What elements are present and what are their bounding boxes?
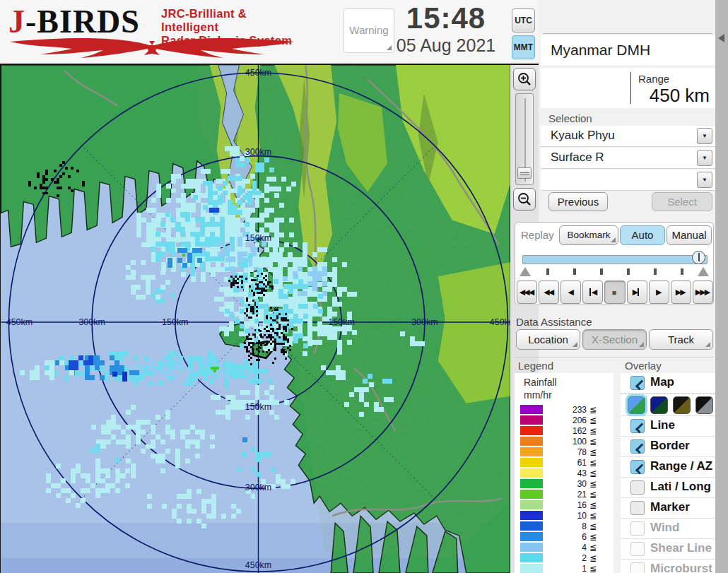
replay-box: Replay Bookmark Auto Manual ◀◀◀◀◀◀◀■▶▶▶▶… — [515, 222, 714, 305]
auto-button[interactable]: Auto — [620, 225, 665, 245]
legend-row: 100≦ — [515, 436, 613, 447]
border-checkbox[interactable] — [630, 439, 645, 454]
zoom-slider-handle[interactable] — [517, 167, 532, 179]
range-az-checkbox[interactable] — [630, 460, 645, 474]
rewind-fastest-button[interactable]: ◀◀◀ — [517, 280, 537, 304]
station-dropdown-value: Kyauk Phyu — [551, 129, 615, 143]
legend-swatch — [520, 415, 543, 425]
legend-swatch — [520, 564, 543, 573]
wind-checkbox — [630, 521, 645, 536]
legend-value: 6 — [547, 532, 587, 542]
option-dropdown[interactable]: ▼ — [541, 170, 715, 191]
legend-value: 2 — [547, 553, 587, 563]
map-style-swatch-1[interactable] — [628, 396, 645, 414]
zoom-out-icon — [517, 191, 532, 207]
legend-lte-symbol: ≦ — [589, 553, 597, 563]
legend-lte-symbol: ≦ — [589, 490, 597, 500]
map-style-swatch-3[interactable] — [673, 396, 691, 414]
marker-checkbox[interactable] — [630, 501, 645, 515]
replay-slider-track[interactable] — [522, 255, 708, 264]
legend-row: 1≦ — [515, 563, 613, 573]
step-forward-button[interactable]: ▶ — [627, 280, 647, 304]
legend-lte-symbol: ≦ — [589, 532, 597, 542]
zoom-slider-track[interactable] — [515, 93, 534, 185]
legend-value: 10 — [547, 511, 587, 521]
utc-button[interactable]: UTC — [512, 8, 535, 33]
svg-text:300km: 300km — [411, 317, 438, 327]
mmt-button[interactable]: MMT — [512, 35, 535, 59]
previous-button[interactable]: Previous — [548, 192, 608, 211]
jbirds-logo: J-BIRDS JRC-Brilliant & Intelligent Rada… — [7, 1, 304, 61]
svg-text:300km: 300km — [245, 147, 271, 157]
logo-letter-j: J — [8, 4, 25, 40]
legend-swatch — [520, 521, 543, 531]
chevron-down-icon[interactable]: ▼ — [697, 172, 712, 188]
range-end-marker[interactable] — [698, 267, 709, 276]
track-button[interactable]: Track — [649, 329, 713, 350]
legend-row: 4≦ — [515, 542, 613, 553]
forward-button[interactable]: ▶▶ — [671, 280, 691, 304]
legend-swatch — [520, 553, 543, 562]
replay-label: Replay — [521, 229, 554, 241]
play-reverse-button[interactable]: ◀ — [560, 280, 581, 304]
legend-row: 206≦ — [515, 415, 613, 425]
map-style-swatch-2[interactable] — [650, 396, 668, 414]
radar-map[interactable]: 450km300km150km150km300km450km450km300km… — [0, 64, 510, 573]
svg-text:300km: 300km — [245, 483, 271, 492]
product-dropdown[interactable]: Surface R ▼ — [541, 148, 715, 169]
line-checkbox[interactable] — [630, 419, 645, 433]
legend-lte-symbol: ≦ — [589, 479, 597, 489]
replay-tick — [654, 268, 657, 275]
overlay-row-line: Line — [621, 416, 715, 437]
manual-button[interactable]: Manual — [667, 225, 712, 245]
location-label: Location — [528, 333, 568, 345]
step-back-button[interactable]: ◀ — [582, 280, 603, 304]
overlay-row-shear-line: Shear Line — [621, 539, 715, 560]
zoom-out-button[interactable] — [513, 188, 536, 211]
svg-text:150km: 150km — [162, 317, 188, 327]
overlay-row-range-az: Range / AZ — [621, 457, 715, 478]
legend-value: 8 — [547, 521, 587, 531]
legend-label: Legend — [518, 360, 553, 372]
lati-long-checkbox[interactable] — [630, 480, 645, 495]
rewind-button[interactable]: ◀◀ — [539, 280, 559, 304]
legend-value: 21 — [547, 490, 587, 500]
microburst-checkbox — [630, 562, 645, 573]
range-box: Range 450 km — [541, 68, 715, 108]
station-dropdown[interactable]: Kyauk Phyu ▼ — [541, 126, 715, 147]
data-assistance-label: Data Assistance — [516, 316, 592, 328]
play-button[interactable]: ▶ — [649, 280, 669, 304]
bookmark-button[interactable]: Bookmark — [559, 225, 618, 245]
corner-resize-icon — [573, 342, 577, 347]
legend-value: 100 — [547, 437, 587, 447]
select-button[interactable]: Select — [652, 192, 712, 211]
replay-slider-handle[interactable] — [692, 251, 705, 264]
legend-row: 78≦ — [515, 447, 613, 457]
overlay-row-border: Border — [621, 437, 715, 457]
legend-lte-symbol: ≦ — [589, 415, 597, 425]
panel-collapse-strip[interactable] — [715, 0, 728, 573]
replay-tick — [600, 268, 603, 275]
map-style-swatch-4[interactable] — [695, 396, 713, 414]
chevron-down-icon[interactable]: ▼ — [697, 150, 712, 166]
chevron-down-icon[interactable]: ▼ — [697, 128, 712, 144]
clock-time: 15:48 — [393, 1, 499, 35]
legend-lte-symbol: ≦ — [589, 543, 597, 553]
zoom-in-icon — [517, 71, 532, 87]
product-dropdown-value: Surface R — [551, 150, 604, 165]
forward-fastest-button[interactable]: ▶▶▶ — [693, 280, 713, 304]
stop-button[interactable]: ■ — [604, 280, 625, 304]
map-checkbox[interactable] — [630, 376, 645, 390]
logo-tagline-line1: JRC-Brilliant & Intelligent — [161, 7, 304, 34]
zoom-in-button[interactable] — [513, 68, 536, 90]
range-start-marker[interactable] — [519, 267, 531, 276]
legend-rows: 233≦206≦162≦100≦78≦61≦43≦30≦21≦16≦10≦8≦6… — [515, 404, 613, 573]
legend-lte-symbol: ≦ — [589, 437, 597, 447]
playback-controls: ◀◀◀◀◀◀◀■▶▶▶▶▶▶▶ — [517, 280, 713, 304]
svg-text:150km: 150km — [245, 233, 271, 243]
marker-label: Marker — [650, 500, 690, 514]
legend-value: 4 — [547, 543, 587, 553]
panel-divider — [543, 33, 712, 34]
x-section-button[interactable]: X-Section — [582, 329, 647, 350]
location-button[interactable]: Location — [516, 329, 580, 350]
